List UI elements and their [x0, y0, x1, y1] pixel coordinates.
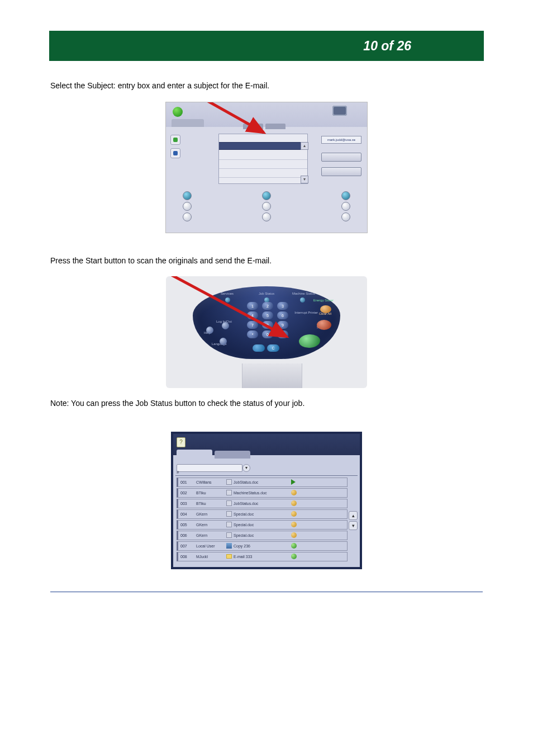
job-number: 005 — [180, 523, 196, 527]
doc-icon — [226, 479, 232, 485]
keypad-key[interactable]: * — [247, 330, 258, 338]
job-owner: GKern — [196, 533, 226, 537]
job-status-icon — [291, 522, 297, 527]
job-status-icon — [291, 511, 297, 517]
figure-control-panel: Services Job Status Machine Status Energ… — [166, 276, 367, 388]
keypad-key[interactable]: 8 — [262, 321, 273, 329]
fig1-left-column — [170, 135, 183, 172]
job-row[interactable]: 001CWillansJobStatus.doc — [177, 478, 348, 487]
job-number: 004 — [180, 512, 196, 516]
job-number: 007 — [180, 544, 196, 548]
job-owner: CWillans — [196, 480, 226, 484]
fig1-side-button-1[interactable] — [321, 153, 361, 162]
fig1-left-button-1[interactable] — [170, 135, 180, 145]
fig1-subtab-1[interactable] — [243, 124, 263, 129]
doc-icon — [226, 511, 232, 517]
fig1-list-row — [219, 160, 307, 169]
help-icon[interactable]: ? — [177, 437, 185, 447]
option-radio[interactable] — [262, 202, 271, 211]
dial-button[interactable] — [253, 344, 265, 352]
job-number: 006 — [180, 533, 196, 537]
job-name: MachineStatus.doc — [234, 491, 278, 495]
job-status-tab-other[interactable] — [215, 451, 250, 459]
job-row[interactable]: 007Local UserCopy 236 — [177, 541, 348, 551]
job-number: 002 — [180, 491, 196, 495]
job-list-scroll: ▴ ▾ — [349, 511, 358, 530]
column-hash: # — [177, 470, 179, 475]
label-energy-saver: Energy Saver — [313, 299, 334, 302]
step-7-caption: Select the Subject: entry box and enter … — [50, 81, 483, 92]
keypad-key[interactable]: 9 — [277, 321, 288, 329]
job-status-icon — [291, 554, 297, 559]
fig1-option-row — [172, 191, 361, 226]
option-radio[interactable] — [341, 212, 350, 221]
fig1-subtab-2[interactable] — [265, 124, 285, 129]
step-7-block: Select the Subject: entry box and enter … — [50, 81, 483, 233]
job-filter-field[interactable] — [177, 464, 242, 472]
option-radio[interactable] — [183, 191, 192, 200]
job-filter-dropdown[interactable]: ▾ — [242, 464, 250, 472]
status-orb-icon — [173, 107, 183, 117]
job-number: 008 — [180, 555, 196, 559]
panel-neck — [242, 363, 302, 388]
step-8-note: Note: You can press the Job Status butto… — [50, 398, 483, 409]
scroll-up-button[interactable]: ▴ — [349, 511, 358, 520]
job-row[interactable]: 004GKernSpecial.doc — [177, 509, 348, 519]
job-owner: Local User — [196, 544, 226, 548]
job-status-tab-active[interactable] — [177, 450, 212, 459]
job-name: Special.doc — [234, 512, 278, 516]
job-row[interactable]: 002BTikuMachineStatus.doc — [177, 488, 348, 498]
keypad-key[interactable]: 0 — [262, 330, 273, 338]
subject-entry-field[interactable] — [219, 142, 307, 150]
keypad-key[interactable]: 5 — [262, 311, 273, 319]
copy-icon — [226, 543, 232, 549]
figure-subject-screen: ▴ ▾ mark.judd@usa.xe — [165, 102, 368, 233]
numeric-keypad: 1 2 3 4 5 6 7 8 9 * 0 # — [247, 302, 291, 338]
fig1-list-row — [219, 169, 307, 178]
job-list: 001CWillansJobStatus.doc002BTikuMachineS… — [177, 478, 348, 564]
keypad-key[interactable]: 7 — [247, 321, 258, 329]
job-status-icon — [291, 479, 296, 485]
option-radio[interactable] — [262, 191, 271, 200]
fig3-header-rule — [175, 475, 358, 476]
fig1-left-button-2[interactable] — [170, 148, 180, 158]
option-radio[interactable] — [341, 202, 350, 211]
option-radio[interactable] — [262, 212, 271, 221]
mail-icon — [226, 554, 232, 559]
job-name: E-mail 333 — [234, 555, 278, 559]
job-name: Copy 236 — [234, 544, 278, 548]
job-owner: MJudd — [196, 555, 226, 559]
job-row[interactable]: 008MJuddE-mail 333 — [177, 552, 348, 561]
step-8-block: Press the Start button to scan the origi… — [50, 256, 483, 409]
keypad-key[interactable]: 4 — [247, 311, 258, 319]
option-radio[interactable] — [183, 202, 192, 211]
keypad-key[interactable]: 2 — [262, 302, 273, 310]
keypad-key[interactable]: 3 — [277, 302, 288, 310]
job-owner: GKern — [196, 523, 226, 527]
option-radio[interactable] — [183, 212, 192, 221]
doc-icon — [226, 532, 232, 538]
fig1-side-button-2[interactable] — [321, 167, 361, 176]
keypad-key[interactable]: # — [277, 330, 288, 338]
keypad-key[interactable]: 1 — [247, 302, 258, 310]
scroll-down-button[interactable]: ▾ — [301, 176, 308, 183]
label-interrupt: Interrupt Printer — [294, 311, 318, 314]
job-status-icon — [291, 543, 297, 549]
figure-job-status: ? ▾ # 001CWillansJobStatus.doc002BTikuMa… — [171, 432, 362, 569]
fig1-recipient-list: ▴ ▾ — [218, 134, 308, 184]
app-icon — [332, 106, 347, 116]
job-row[interactable]: 006GKernSpecial.doc — [177, 531, 348, 540]
step-8-caption: Press the Start button to scan the origi… — [50, 256, 483, 267]
label-machine-status: Machine Status — [292, 292, 315, 295]
keypad-key[interactable]: 6 — [277, 311, 288, 319]
scroll-down-button[interactable]: ▾ — [349, 521, 358, 530]
job-row[interactable]: 005GKernSpecial.doc — [177, 520, 348, 530]
clear-entry-button[interactable]: C — [267, 344, 279, 352]
scroll-up-button[interactable]: ▴ — [301, 142, 308, 150]
fig1-tab[interactable] — [172, 119, 204, 127]
job-name: JobStatus.doc — [234, 502, 278, 505]
job-status-icon — [291, 500, 297, 506]
job-row[interactable]: 003BTikuJobStatus.doc — [177, 499, 348, 508]
job-name: Special.doc — [234, 533, 278, 537]
option-radio[interactable] — [341, 191, 350, 200]
